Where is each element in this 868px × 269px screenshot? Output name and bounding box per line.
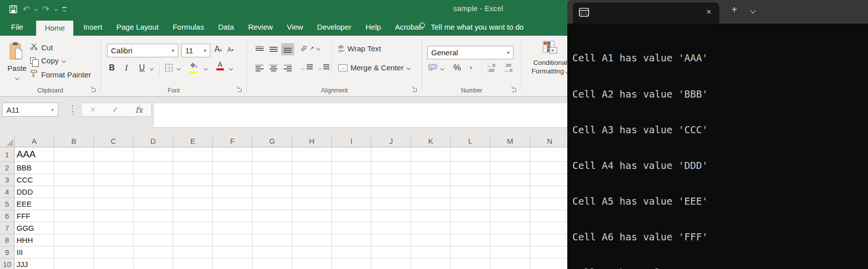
column-header-D[interactable]: D bbox=[134, 135, 173, 147]
increase-font-size-button[interactable]: A▴ bbox=[214, 45, 222, 54]
align-left-button[interactable] bbox=[253, 62, 266, 74]
row-header-1[interactable]: 1 bbox=[0, 147, 15, 162]
column-header-C[interactable]: C bbox=[94, 135, 134, 147]
align-center-button[interactable] bbox=[267, 62, 280, 74]
tab-developer[interactable]: Developer bbox=[310, 18, 358, 36]
terminal-output[interactable]: Cell A1 has value 'AAA' Cell A2 has valu… bbox=[567, 24, 868, 269]
tab-dropdown-chevron-icon[interactable] bbox=[750, 8, 756, 13]
row-header-8[interactable]: 8 bbox=[0, 234, 15, 246]
column-header-H[interactable]: H bbox=[292, 135, 332, 147]
orientation-button[interactable]: ab ↗ bbox=[300, 45, 320, 52]
comma-style-button[interactable]: , bbox=[469, 62, 472, 67]
paste-button[interactable]: Paste bbox=[5, 42, 29, 81]
font-color-button[interactable]: A bbox=[216, 61, 224, 70]
formula-bar-resize-dots-icon[interactable] bbox=[72, 105, 73, 115]
row-header-9[interactable]: 9 bbox=[0, 246, 15, 258]
tell-me-box[interactable]: Tell me what you want to do bbox=[418, 18, 524, 36]
align-right-button[interactable] bbox=[281, 62, 294, 74]
tab-review[interactable]: Review bbox=[241, 18, 280, 36]
underline-button[interactable]: U bbox=[139, 63, 145, 72]
cancel-icon[interactable]: × bbox=[90, 105, 96, 115]
fill-color-dropdown-icon[interactable] bbox=[204, 66, 208, 70]
redo-icon[interactable]: ↷ bbox=[42, 5, 49, 14]
percent-style-button[interactable]: % bbox=[453, 63, 461, 73]
cell-A2[interactable]: BBB bbox=[15, 162, 54, 174]
clipboard-dialog-launcher-icon[interactable]: ↘ bbox=[90, 86, 96, 93]
alignment-dialog-launcher-icon[interactable]: ↘ bbox=[411, 86, 417, 93]
column-header-K[interactable]: K bbox=[411, 135, 451, 147]
format-painter-button[interactable]: Format Painter bbox=[30, 70, 91, 79]
new-tab-icon[interactable]: + bbox=[731, 5, 737, 15]
redo-dropdown-icon[interactable] bbox=[54, 7, 57, 11]
bold-button[interactable]: B bbox=[109, 63, 115, 72]
column-header-A[interactable]: A bbox=[15, 135, 54, 147]
copy-button[interactable]: Copy bbox=[30, 56, 65, 65]
tab-view[interactable]: View bbox=[280, 18, 310, 36]
cell-A1[interactable]: AAA bbox=[15, 147, 54, 162]
name-box-dropdown-icon[interactable]: ▾ bbox=[51, 107, 54, 113]
borders-button[interactable] bbox=[165, 64, 173, 71]
conditional-formatting-button[interactable]: ≠ Conditional Formatting bbox=[529, 41, 572, 75]
insert-function-icon[interactable]: fx bbox=[135, 105, 143, 115]
row-header-4[interactable]: 4 bbox=[0, 186, 15, 198]
column-header-J[interactable]: J bbox=[371, 135, 411, 147]
number-dialog-launcher-icon[interactable]: ↘ bbox=[511, 86, 517, 93]
decrease-font-size-button[interactable]: A▾ bbox=[227, 46, 233, 53]
increase-decimal-button[interactable]: ←.0.00 bbox=[486, 63, 495, 72]
name-box[interactable]: A11 ▾ bbox=[2, 103, 58, 117]
accounting-format-button[interactable] bbox=[428, 64, 444, 73]
cell-A7[interactable]: GGG bbox=[15, 222, 54, 234]
formula-input[interactable] bbox=[153, 103, 570, 128]
save-icon[interactable] bbox=[9, 5, 18, 14]
decrease-decimal-button[interactable]: .00→.0 bbox=[504, 63, 512, 72]
increase-indent-button[interactable]: → bbox=[317, 64, 329, 71]
enter-icon[interactable]: ✓ bbox=[112, 105, 118, 114]
terminal-tab[interactable]: C:\ × bbox=[573, 3, 719, 24]
italic-button[interactable]: I bbox=[125, 63, 128, 72]
cut-button[interactable]: Cut bbox=[30, 43, 53, 52]
bottom-align-button[interactable] bbox=[281, 43, 294, 55]
cell-A10[interactable]: JJJ bbox=[15, 258, 54, 269]
cell-A4[interactable]: DDD bbox=[15, 186, 54, 198]
decrease-indent-button[interactable]: ← bbox=[300, 64, 313, 71]
row-header-6[interactable]: 6 bbox=[0, 210, 15, 222]
row-header-5[interactable]: 5 bbox=[0, 198, 15, 210]
row-header-2[interactable]: 2 bbox=[0, 162, 15, 174]
cell-A5[interactable]: EEE bbox=[15, 198, 54, 210]
column-header-M[interactable]: M bbox=[490, 135, 530, 147]
tab-page-layout[interactable]: Page Layout bbox=[109, 18, 166, 36]
row-header-7[interactable]: 7 bbox=[0, 222, 15, 234]
font-color-dropdown-icon[interactable] bbox=[229, 66, 233, 70]
wrap-text-button[interactable]: abc↩ Wrap Text bbox=[338, 44, 381, 53]
tab-insert[interactable]: Insert bbox=[76, 18, 109, 36]
font-name-select[interactable]: Calibri ▾ bbox=[107, 44, 178, 57]
merge-center-button[interactable]: ↔ Merge & Center bbox=[338, 63, 410, 72]
middle-align-button[interactable] bbox=[267, 43, 280, 55]
underline-dropdown-icon[interactable] bbox=[150, 66, 154, 70]
undo-icon[interactable]: ↶ bbox=[23, 5, 30, 14]
column-header-F[interactable]: F bbox=[213, 135, 253, 147]
column-header-B[interactable]: B bbox=[54, 135, 94, 147]
select-all-button[interactable] bbox=[0, 135, 15, 147]
column-header-L[interactable]: L bbox=[451, 135, 490, 147]
cell-A9[interactable]: III bbox=[15, 246, 54, 258]
number-format-select[interactable]: General ▾ bbox=[427, 46, 514, 59]
font-size-select[interactable]: 11 ▾ bbox=[181, 44, 210, 57]
column-header-E[interactable]: E bbox=[173, 135, 213, 147]
tab-help[interactable]: Help bbox=[358, 18, 388, 36]
column-header-G[interactable]: G bbox=[253, 135, 292, 147]
undo-dropdown-icon[interactable] bbox=[34, 7, 38, 11]
top-align-button[interactable] bbox=[253, 43, 266, 55]
customize-quick-access-icon[interactable] bbox=[62, 7, 67, 12]
row-header-10[interactable]: 10 bbox=[0, 258, 15, 269]
column-header-I[interactable]: I bbox=[332, 135, 371, 147]
borders-dropdown-icon[interactable] bbox=[177, 66, 181, 70]
cell-A8[interactable]: HHH bbox=[15, 234, 54, 246]
fill-color-button[interactable] bbox=[189, 62, 198, 73]
tab-formulas[interactable]: Formulas bbox=[166, 18, 211, 36]
row-header-3[interactable]: 3 bbox=[0, 174, 15, 186]
tab-close-icon[interactable]: × bbox=[706, 8, 711, 16]
cell-A6[interactable]: FFF bbox=[15, 210, 54, 222]
cell-A3[interactable]: CCC bbox=[15, 174, 54, 186]
tab-file[interactable]: File bbox=[4, 18, 30, 36]
